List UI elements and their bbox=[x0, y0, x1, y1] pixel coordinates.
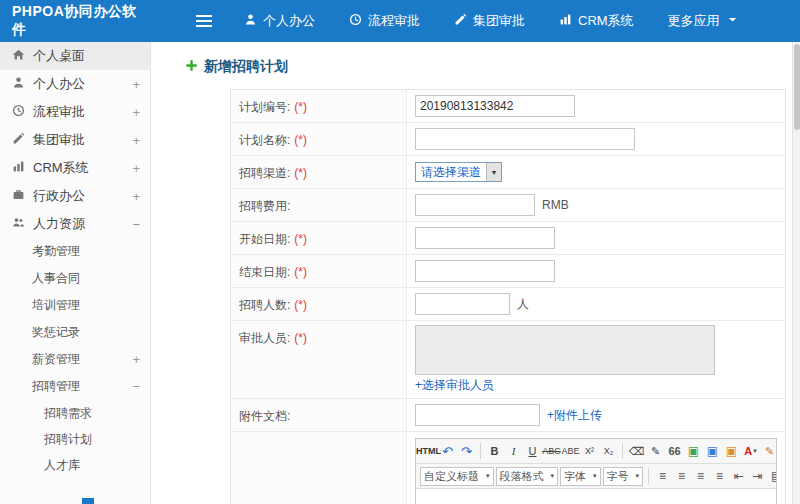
rich-text-editor: HTML ↶ ↷ B I U ABC ABE X² X₂ ⌫ bbox=[415, 438, 777, 504]
vertical-scrollbar[interactable] bbox=[792, 42, 800, 504]
bar-chart-icon bbox=[559, 13, 572, 29]
ordered-list-icon[interactable]: ▤ bbox=[768, 467, 776, 486]
expand-toggle[interactable]: + bbox=[132, 161, 140, 176]
expand-toggle[interactable]: + bbox=[132, 133, 140, 148]
sidebar-item-workflow-approval[interactable]: 流程审批 + bbox=[0, 98, 150, 126]
sidebar-item-attendance[interactable]: 考勤管理 bbox=[0, 238, 150, 265]
font-color-button[interactable]: A▾ bbox=[742, 442, 759, 461]
select-value: 字号 bbox=[607, 469, 629, 484]
sidebar-label: 招聘计划 bbox=[44, 431, 92, 448]
sidebar-item-group-approval[interactable]: 集团审批 + bbox=[0, 126, 150, 154]
nav-label: CRM系统 bbox=[578, 12, 634, 30]
attachment-input[interactable] bbox=[415, 404, 540, 426]
sidebar-item-recruit-plan[interactable]: 招聘计划 bbox=[0, 426, 150, 452]
superscript-button[interactable]: X² bbox=[581, 442, 598, 461]
italic-button[interactable]: I bbox=[505, 442, 522, 461]
align-justify-icon[interactable]: ≡ bbox=[711, 467, 728, 486]
scrollbar-thumb[interactable] bbox=[794, 44, 800, 130]
end-date-input[interactable] bbox=[415, 260, 555, 282]
form-row-end-date: 结束日期:(*) bbox=[231, 255, 785, 288]
sidebar-item-hr[interactable]: 人力资源 − bbox=[0, 210, 150, 238]
insert-link-icon[interactable]: ▣ bbox=[704, 442, 721, 461]
nav-crm-system[interactable]: CRM系统 bbox=[559, 12, 634, 30]
start-date-input[interactable] bbox=[415, 227, 555, 249]
form-row-attachment: 附件文档: +附件上传 bbox=[231, 399, 785, 432]
remove-format-button[interactable]: ABE bbox=[562, 442, 579, 461]
undo-icon[interactable]: ↶ bbox=[439, 442, 456, 461]
headcount-input[interactable] bbox=[415, 293, 510, 315]
font-size-select[interactable]: 字号▾ bbox=[603, 467, 644, 486]
nav-workflow-approval[interactable]: 流程审批 bbox=[349, 12, 420, 30]
field-label: 计划名称: bbox=[239, 133, 290, 147]
indent-icon[interactable]: ⇥ bbox=[749, 467, 766, 486]
bold-button[interactable]: B bbox=[486, 442, 503, 461]
form-row-fee: 招聘费用: RMB bbox=[231, 189, 785, 222]
align-center-icon[interactable]: ≡ bbox=[673, 467, 690, 486]
topbar: PHPOA协同办公软件 个人办公 流程审批 集团审批 CRM系统 更多应用 bbox=[0, 0, 800, 42]
insert-image-icon[interactable]: ▣ bbox=[685, 442, 702, 461]
plan-number-input[interactable] bbox=[415, 95, 575, 117]
approver-textarea[interactable] bbox=[415, 325, 715, 375]
upload-attachment-link[interactable]: +附件上传 bbox=[547, 407, 602, 424]
channel-select-value: 请选择渠道 bbox=[416, 164, 486, 181]
required-mark: (*) bbox=[294, 232, 307, 246]
align-right-icon[interactable]: ≡ bbox=[692, 467, 709, 486]
caret-down-icon: ▾ bbox=[753, 447, 757, 455]
sidebar-item-hr-contract[interactable]: 人事合同 bbox=[0, 265, 150, 292]
field-label: 招聘费用: bbox=[239, 199, 290, 213]
sidebar-item-training[interactable]: 培训管理 bbox=[0, 292, 150, 319]
toolbar-separator bbox=[648, 468, 649, 484]
strikethrough-button[interactable]: ABC bbox=[543, 442, 560, 461]
expand-toggle[interactable]: − bbox=[132, 379, 140, 394]
sidebar-item-salary[interactable]: 薪资管理 + bbox=[0, 346, 150, 373]
briefcase-icon bbox=[12, 188, 25, 204]
outdent-icon[interactable]: ⇤ bbox=[730, 467, 747, 486]
expand-toggle[interactable]: + bbox=[132, 77, 140, 92]
fee-input[interactable] bbox=[415, 194, 535, 216]
sidebar-item-rewards[interactable]: 奖惩记录 bbox=[0, 319, 150, 346]
custom-heading-select[interactable]: 自定义标题▾ bbox=[420, 467, 494, 486]
expand-toggle[interactable]: + bbox=[132, 189, 140, 204]
field-label: 计划编号: bbox=[239, 100, 290, 114]
redo-icon[interactable]: ↷ bbox=[458, 442, 475, 461]
nav-more-apps[interactable]: 更多应用 bbox=[668, 12, 739, 30]
sidebar-item-personal-office[interactable]: 个人办公 + bbox=[0, 70, 150, 98]
eraser-icon[interactable]: ⌫ bbox=[628, 442, 645, 461]
choose-approver-link[interactable]: +选择审批人员 bbox=[415, 377, 494, 394]
sidebar-item-crm[interactable]: CRM系统 + bbox=[0, 154, 150, 182]
expand-toggle[interactable]: − bbox=[132, 217, 140, 232]
sidebar-item-recruit-mgmt[interactable]: 招聘管理 − bbox=[0, 373, 150, 400]
html-source-button[interactable]: HTML bbox=[420, 442, 437, 461]
plan-name-input[interactable] bbox=[415, 128, 635, 150]
editor-content[interactable] bbox=[416, 489, 776, 504]
sidebar-item-recruit-demand[interactable]: 招聘需求 bbox=[0, 400, 150, 426]
nav-group-approval[interactable]: 集团审批 bbox=[454, 12, 525, 30]
align-left-icon[interactable]: ≡ bbox=[654, 467, 671, 486]
paragraph-format-select[interactable]: 段落格式▾ bbox=[496, 467, 559, 486]
nav-label: 集团审批 bbox=[473, 12, 525, 30]
font-family-select[interactable]: 字体▾ bbox=[560, 467, 601, 486]
blockquote-button[interactable]: 66 bbox=[666, 442, 683, 461]
underline-button[interactable]: U bbox=[524, 442, 541, 461]
channel-select[interactable]: 请选择渠道 ▾ bbox=[415, 162, 502, 182]
format-painter-icon[interactable]: ✎ bbox=[647, 442, 664, 461]
hamburger-menu-icon[interactable] bbox=[196, 15, 212, 27]
sidebar-label: 培训管理 bbox=[32, 297, 80, 314]
sidebar-label: 集团审批 bbox=[33, 131, 85, 149]
form-row-editor: HTML ↶ ↷ B I U ABC ABE X² X₂ ⌫ bbox=[231, 432, 785, 504]
expand-toggle[interactable]: + bbox=[132, 105, 140, 120]
sidebar-item-desktop[interactable]: 个人桌面 bbox=[0, 42, 150, 70]
insert-media-icon[interactable]: ▣ bbox=[723, 442, 740, 461]
sidebar-item-admin-office[interactable]: 行政办公 + bbox=[0, 182, 150, 210]
nav-personal-office[interactable]: 个人办公 bbox=[244, 12, 315, 30]
highlight-pen-icon[interactable]: ✎ bbox=[761, 442, 776, 461]
required-mark: (*) bbox=[294, 331, 307, 345]
bar-chart-icon bbox=[12, 160, 25, 176]
sidebar-item-talent-pool[interactable]: 人才库 bbox=[0, 452, 150, 478]
top-nav: 个人办公 流程审批 集团审批 CRM系统 更多应用 bbox=[244, 12, 739, 30]
expand-toggle[interactable]: + bbox=[132, 352, 140, 367]
subscript-button[interactable]: X₂ bbox=[600, 442, 617, 461]
editor-toolbar-row2: 自定义标题▾ 段落格式▾ 字体▾ 字号▾ ≡ ≡ ≡ ≡ ⇤ ⇥ ▤ bbox=[416, 464, 776, 489]
main-content: 新增招聘计划 计划编号:(*) 计划名称:(*) 招聘渠道:(*) 请选择渠道 … bbox=[151, 42, 800, 504]
person-icon bbox=[12, 76, 25, 92]
